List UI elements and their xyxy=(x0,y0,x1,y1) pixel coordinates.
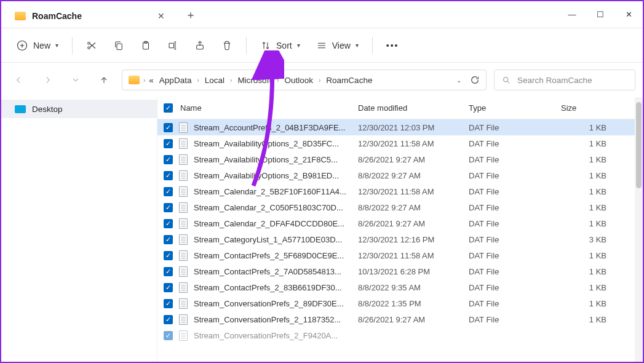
minimize-button[interactable]: — xyxy=(558,1,586,28)
separator xyxy=(72,37,73,54)
file-date: 8/26/2021 9:27 AM xyxy=(358,315,469,324)
row-checkbox[interactable]: ✓ xyxy=(164,251,173,260)
breadcrumb-ellipsis[interactable]: « xyxy=(149,76,154,85)
rename-button[interactable] xyxy=(161,34,185,57)
cut-button[interactable] xyxy=(80,34,103,57)
file-row[interactable]: ✓ Stream_ContactPrefs_2_7A0D5854813... 1… xyxy=(157,263,643,279)
file-size: 1 KB xyxy=(561,251,606,260)
row-checkbox[interactable]: ✓ xyxy=(164,267,173,276)
chevron-right-icon: › xyxy=(197,77,199,84)
paste-button[interactable] xyxy=(134,34,157,57)
file-row[interactable]: ✓ Stream_ConversationPrefs_2_F9420A... xyxy=(157,327,643,343)
nav-history-button[interactable] xyxy=(65,70,86,90)
row-checkbox[interactable]: ✓ xyxy=(164,203,173,212)
view-button[interactable]: View ▾ xyxy=(310,34,365,57)
file-size: 1 KB xyxy=(561,267,606,276)
file-row[interactable]: ✓ Stream_AvailabilityOptions_2_8D35FC...… xyxy=(157,135,643,151)
file-row[interactable]: ✓ Stream_ConversationPrefs_2_1187352... … xyxy=(157,311,643,327)
nav-up-button[interactable] xyxy=(93,70,114,90)
rename-icon xyxy=(167,40,178,51)
file-row[interactable]: ✓ Stream_CategoryList_1_A57710DE03D... 1… xyxy=(157,231,643,247)
row-checkbox[interactable]: ✓ xyxy=(164,155,173,164)
search-box[interactable]: Search RoamCache xyxy=(494,70,635,90)
plus-circle-icon xyxy=(16,39,28,52)
file-pane: ✓ Name Date modified Type Size ✓ Stream_… xyxy=(157,97,643,362)
row-checkbox[interactable]: ✓ xyxy=(164,219,173,228)
breadcrumb[interactable]: Local xyxy=(203,74,226,86)
file-type: DAT File xyxy=(469,139,561,148)
row-checkbox[interactable]: ✓ xyxy=(164,331,173,340)
row-checkbox[interactable]: ✓ xyxy=(164,187,173,196)
address-dropdown-icon[interactable]: ⌄ xyxy=(456,77,461,84)
more-button[interactable]: ••• xyxy=(380,34,405,57)
file-date: 12/30/2021 11:58 AM xyxy=(358,139,469,148)
file-type: DAT File xyxy=(469,171,561,180)
svg-rect-3 xyxy=(117,44,122,50)
nav-back-button[interactable] xyxy=(9,70,30,90)
file-date: 8/8/2022 9:35 AM xyxy=(358,283,469,292)
view-label: View xyxy=(332,41,351,50)
breadcrumb[interactable]: RoamCache xyxy=(324,74,374,86)
file-row[interactable]: ✓ Stream_Calendar_2_5B2F10F160F11A4... 1… xyxy=(157,183,643,199)
row-checkbox[interactable]: ✓ xyxy=(164,315,173,324)
new-tab-button[interactable]: ＋ xyxy=(180,4,202,26)
column-type[interactable]: Type xyxy=(469,103,561,113)
file-date: 8/26/2021 9:27 AM xyxy=(358,155,469,164)
file-row[interactable]: ✓ Stream_ContactPrefs_2_83B6619DF30... 8… xyxy=(157,279,643,295)
scrollbar-thumb[interactable] xyxy=(636,102,642,188)
row-checkbox[interactable]: ✓ xyxy=(164,283,173,292)
file-date: 12/30/2021 11:58 AM xyxy=(358,251,469,260)
delete-button[interactable] xyxy=(215,34,239,57)
file-icon xyxy=(179,138,188,149)
refresh-icon[interactable] xyxy=(470,75,480,85)
copy-button[interactable] xyxy=(107,34,130,57)
column-name[interactable]: ✓ Name xyxy=(157,103,358,113)
file-row[interactable]: ✓ Stream_Calendar_2_DFAF4DCCDD80E... 8/2… xyxy=(157,215,643,231)
row-checkbox[interactable]: ✓ xyxy=(164,139,173,148)
share-icon xyxy=(194,40,205,51)
breadcrumb[interactable]: AppData xyxy=(157,74,194,86)
file-size: 1 KB xyxy=(561,203,606,212)
file-size: 1 KB xyxy=(561,139,606,148)
file-name: Stream_AvailabilityOptions_2_B981ED... xyxy=(194,171,339,180)
breadcrumb[interactable]: Outlook xyxy=(282,74,315,86)
close-tab-icon[interactable]: ✕ xyxy=(155,9,167,23)
scrollbar[interactable] xyxy=(635,97,643,362)
file-date: 8/26/2021 9:27 AM xyxy=(358,219,469,228)
file-row[interactable]: ✓ Stream_ConversationPrefs_2_89DF30E... … xyxy=(157,295,643,311)
select-all-checkbox[interactable]: ✓ xyxy=(164,103,173,113)
maximize-button[interactable]: ☐ xyxy=(586,1,614,28)
file-row[interactable]: ✓ Stream_AvailabilityOptions_2_B981ED...… xyxy=(157,167,643,183)
file-row[interactable]: ✓ Stream_AvailabilityOptions_2_21F8C5...… xyxy=(157,151,643,167)
search-placeholder: Search RoamCache xyxy=(517,76,592,85)
row-checkbox[interactable]: ✓ xyxy=(164,123,173,132)
row-checkbox[interactable]: ✓ xyxy=(164,171,173,180)
sidebar-item-desktop[interactable]: Desktop xyxy=(1,100,157,118)
file-type: DAT File xyxy=(469,267,561,276)
file-list: ✓ Stream_AccountPrefs_2_04B1F3DA9FE... 1… xyxy=(157,119,643,343)
column-size[interactable]: Size xyxy=(561,103,610,113)
file-icon xyxy=(179,186,188,197)
new-button[interactable]: New ▾ xyxy=(10,34,65,57)
active-tab[interactable]: RoamCache ✕ xyxy=(5,4,177,28)
sort-button[interactable]: Sort ▾ xyxy=(254,34,306,57)
file-size: 3 KB xyxy=(561,235,606,244)
row-checkbox[interactable]: ✓ xyxy=(164,235,173,244)
nav-forward-button[interactable] xyxy=(37,70,58,90)
share-button[interactable] xyxy=(188,34,212,57)
chevron-right-icon: › xyxy=(230,77,232,84)
file-icon xyxy=(179,154,188,165)
sort-label: Sort xyxy=(276,41,292,50)
sidebar-item-label: Desktop xyxy=(32,105,63,114)
address-bar[interactable]: › « AppData › Local › Microsoft › Outloo… xyxy=(122,70,487,90)
row-checkbox[interactable]: ✓ xyxy=(164,299,173,308)
file-icon xyxy=(179,234,188,245)
file-row[interactable]: ✓ Stream_Calendar_2_C050F51803C70D... 8/… xyxy=(157,199,643,215)
column-date[interactable]: Date modified xyxy=(358,103,469,113)
breadcrumb[interactable]: Microsoft xyxy=(236,74,273,86)
file-row[interactable]: ✓ Stream_AccountPrefs_2_04B1F3DA9FE... 1… xyxy=(157,119,643,135)
file-name: Stream_CategoryList_1_A57710DE03D... xyxy=(194,235,342,244)
close-window-button[interactable]: ✕ xyxy=(614,1,643,28)
file-date: 8/8/2022 9:27 AM xyxy=(358,171,469,180)
file-row[interactable]: ✓ Stream_ContactPrefs_2_5F689D0CE9E... 1… xyxy=(157,247,643,263)
